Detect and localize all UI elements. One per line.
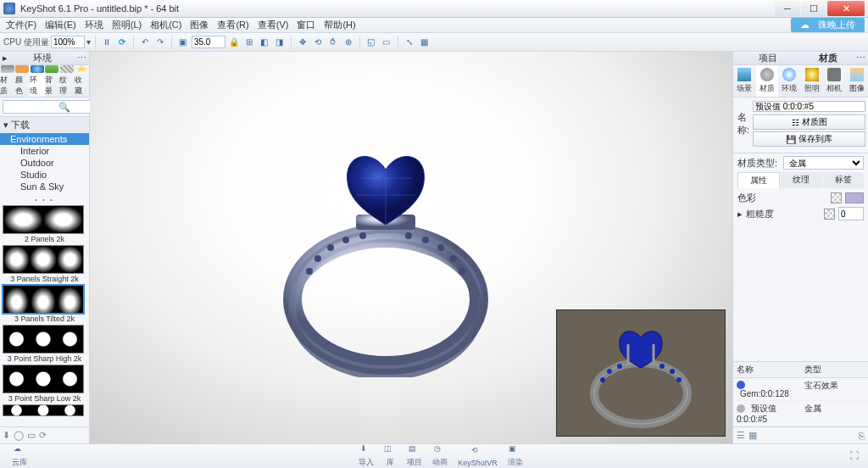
tree-node[interactable]: Sun & Sky bbox=[0, 181, 89, 192]
env-thumb[interactable]: 2 Panels 2k bbox=[3, 205, 86, 243]
move-icon[interactable]: ✥ bbox=[296, 36, 309, 49]
geometry-preview[interactable] bbox=[556, 309, 726, 437]
menu-light[interactable]: 照明(L) bbox=[109, 19, 144, 31]
panel-menu-icon[interactable]: ⋯ bbox=[856, 53, 865, 64]
link-icon[interactable]: ⎘ bbox=[859, 431, 865, 441]
render-button[interactable]: ▣渲染 bbox=[508, 444, 523, 468]
menu-help[interactable]: 帮助(H) bbox=[321, 19, 358, 31]
refresh-icon[interactable]: ⟳ bbox=[115, 36, 129, 49]
material-type-select[interactable]: 金属 bbox=[783, 156, 864, 170]
tree-node[interactable]: Outdoor bbox=[0, 157, 89, 169]
refresh-small-icon[interactable]: ⟳ bbox=[39, 430, 47, 441]
table-row[interactable]: 预设值 0:0:0:#5金属 bbox=[733, 401, 868, 426]
menu-edit[interactable]: 编辑(E) bbox=[42, 19, 79, 31]
animation-icon: ◷ bbox=[434, 444, 447, 457]
env-thumb[interactable] bbox=[3, 404, 86, 416]
region-icon[interactable]: ▦ bbox=[418, 36, 431, 49]
texture-map-icon[interactable] bbox=[824, 209, 835, 220]
tab-environments[interactable]: 环境 bbox=[30, 65, 45, 97]
panel-menu-icon[interactable]: ⋯ bbox=[77, 53, 86, 64]
tree-node[interactable]: Interior bbox=[0, 145, 89, 157]
roughness-input[interactable] bbox=[838, 207, 864, 220]
screenshot-icon[interactable]: ▣ bbox=[176, 36, 190, 49]
env-thumb[interactable]: 3 Panels Straight 2k bbox=[3, 245, 86, 283]
add-icon[interactable]: ◯ bbox=[14, 430, 24, 441]
zoom-field[interactable] bbox=[192, 36, 225, 48]
keyshotvr-button[interactable]: ⟲KeyShotVR bbox=[458, 446, 498, 467]
tool-icon[interactable]: ◧ bbox=[258, 36, 271, 49]
tree-node-environments[interactable]: Environments bbox=[0, 133, 89, 145]
subtab-labels[interactable]: 标签 bbox=[823, 172, 864, 188]
menu-window[interactable]: 窗口 bbox=[294, 19, 318, 31]
chevron-down-icon: ▾ bbox=[3, 120, 8, 131]
table-row[interactable]: Gem:0:0:128宝石效果 bbox=[733, 378, 868, 401]
svg-point-18 bbox=[617, 364, 622, 369]
save-to-library-button[interactable]: 💾保存到库 bbox=[753, 131, 865, 147]
perspective-icon[interactable]: ◱ bbox=[364, 36, 378, 49]
menu-render[interactable]: 查看(R) bbox=[214, 19, 251, 31]
tab-materials[interactable]: 材质 bbox=[0, 65, 15, 97]
pause-icon[interactable]: ⏸ bbox=[100, 36, 114, 49]
list-view-icon[interactable]: ☰ bbox=[737, 430, 745, 441]
library-button[interactable]: ◫库 bbox=[384, 444, 397, 468]
dolly-icon[interactable]: ⥀ bbox=[326, 36, 340, 49]
lock-icon[interactable]: 🔒 bbox=[227, 36, 241, 49]
menu-camera[interactable]: 相机(C) bbox=[147, 19, 184, 31]
svg-point-12 bbox=[405, 232, 412, 239]
texture-map-icon[interactable] bbox=[831, 192, 842, 203]
menu-image[interactable]: 图像 bbox=[187, 19, 211, 31]
tab-scene[interactable]: 场景 bbox=[733, 65, 756, 97]
folder-icon[interactable]: ▭ bbox=[27, 430, 36, 441]
tab-backplates[interactable]: 背景 bbox=[45, 65, 60, 97]
camera-icon[interactable]: ▭ bbox=[380, 36, 393, 49]
render-viewport[interactable] bbox=[90, 52, 732, 443]
tab-environment[interactable]: 环境 bbox=[778, 65, 801, 97]
divider-dots: • • • bbox=[0, 196, 89, 203]
tab-material[interactable]: 材质 bbox=[756, 65, 779, 97]
close-button[interactable]: ✕ bbox=[827, 1, 865, 16]
color-swatch[interactable] bbox=[845, 192, 864, 203]
menu-env[interactable]: 环境 bbox=[82, 19, 106, 31]
env-thumb[interactable]: 3 Panels Tilted 2k bbox=[3, 285, 86, 323]
maximize-button[interactable]: ☐ bbox=[801, 1, 826, 16]
expand-icon[interactable]: ▸ bbox=[737, 209, 743, 220]
project-button[interactable]: ▤项目 bbox=[407, 444, 422, 468]
tab-lighting[interactable]: 照明 bbox=[801, 65, 824, 97]
tool-icon[interactable]: ◨ bbox=[273, 36, 287, 49]
import-icon[interactable]: ⬇ bbox=[3, 430, 10, 441]
subtab-properties[interactable]: 属性 bbox=[737, 172, 780, 188]
subtab-textures[interactable]: 纹理 bbox=[781, 172, 821, 188]
env-thumb[interactable]: 3 Point Sharp High 2k bbox=[3, 325, 86, 363]
menu-file[interactable]: 文件(F) bbox=[3, 19, 39, 31]
grid-icon[interactable]: ⊞ bbox=[242, 36, 256, 49]
svg-point-9 bbox=[450, 255, 457, 262]
cpu-usage-field[interactable] bbox=[51, 36, 85, 48]
name-label: 名称: bbox=[737, 111, 749, 136]
dropdown-icon[interactable]: ▾ bbox=[86, 37, 91, 47]
tab-colors[interactable]: 颜色 bbox=[15, 65, 31, 97]
undo-icon[interactable]: ↶ bbox=[138, 36, 152, 49]
tumble-icon[interactable]: ⟲ bbox=[311, 36, 325, 49]
animation-button[interactable]: ◷动画 bbox=[432, 444, 448, 468]
material-graph-button[interactable]: ☷材质图 bbox=[753, 114, 865, 130]
menu-view[interactable]: 查看(V) bbox=[255, 19, 292, 31]
env-thumb[interactable]: 3 Point Sharp Low 2k bbox=[3, 365, 86, 403]
tab-camera[interactable]: 相机 bbox=[823, 65, 846, 97]
pan-icon[interactable]: ⊕ bbox=[342, 36, 355, 49]
tab-favorites[interactable]: 收藏 bbox=[75, 65, 90, 97]
cloud-upload-button[interactable]: ☁ 珠晚上传 bbox=[791, 18, 865, 32]
tab-image[interactable]: 图像 bbox=[846, 65, 869, 97]
expand-icon[interactable]: ⤡ bbox=[403, 36, 416, 49]
search-icon: 🔍 bbox=[58, 102, 70, 113]
cloud-library-button[interactable]: ☁云库 bbox=[12, 444, 27, 468]
fullscreen-icon[interactable]: ⛶ bbox=[849, 450, 861, 462]
tree-node[interactable]: Studio bbox=[0, 169, 89, 181]
redo-icon[interactable]: ↷ bbox=[153, 36, 167, 49]
tab-textures[interactable]: 纹理 bbox=[59, 65, 75, 97]
tree-header[interactable]: ▾下载 bbox=[0, 117, 89, 133]
import-button[interactable]: ⬇导入 bbox=[359, 444, 374, 468]
material-name-input[interactable] bbox=[753, 101, 865, 112]
grid-view-icon[interactable]: ▦ bbox=[748, 430, 757, 441]
left-panel-title: ▸ 环境 ⋯ bbox=[0, 52, 89, 65]
minimize-button[interactable]: ─ bbox=[775, 1, 800, 16]
